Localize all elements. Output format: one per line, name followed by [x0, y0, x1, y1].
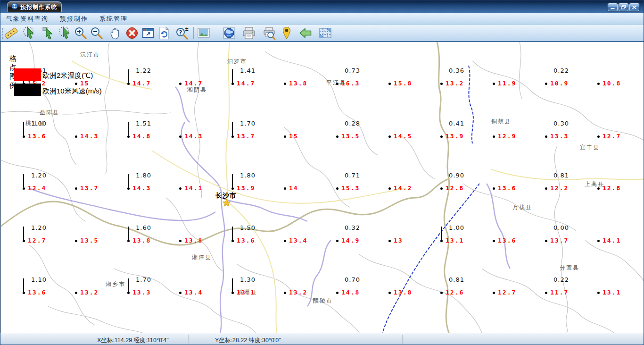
zoom-in-button[interactable]	[74, 26, 88, 40]
station-dot-icon	[127, 240, 130, 242]
station-dot-icon	[127, 135, 130, 138]
city-label: 湘潭县	[192, 253, 212, 261]
station-dot-icon	[388, 187, 391, 190]
station-dot-icon	[179, 83, 182, 85]
menu-forecast-production[interactable]: 预报制作	[54, 13, 94, 25]
status-y-coordinate: Y坐标:28.22 纬度:30°0'0"	[215, 337, 281, 345]
back-button[interactable]	[298, 26, 313, 40]
station-wind-speed: 1.00	[449, 224, 464, 231]
wind-barb-icon	[128, 227, 129, 240]
minimize-button[interactable]	[608, 3, 618, 11]
station-temperature: 13.6	[28, 133, 46, 140]
station-wind-speed: 1.70	[240, 120, 256, 127]
full-extent-button[interactable]	[141, 26, 155, 40]
station-temperature: 13.3	[550, 133, 569, 140]
station-temperature: 13.8	[132, 237, 151, 244]
station-temperature: 10.9	[550, 80, 569, 87]
station-temperature: 11.7	[550, 289, 569, 296]
grid-select-button[interactable]	[318, 26, 332, 40]
restore-button[interactable]	[619, 3, 628, 11]
station-dot-icon	[23, 135, 25, 138]
refresh-page-button[interactable]	[157, 26, 171, 40]
close-button[interactable]	[629, 3, 639, 11]
station-wind-speed: 0.00	[553, 224, 569, 231]
station-temperature: 13	[394, 237, 403, 244]
station-dot-icon	[336, 83, 339, 85]
legend-label-temperature: 欧洲2米温度(℃)	[42, 71, 93, 80]
map-canvas[interactable]: 15.21.611514.71.2214.714.71.4113.816.30.…	[0, 42, 644, 333]
print-button[interactable]	[242, 26, 256, 40]
station-wind-speed: 0.81	[449, 276, 464, 283]
station-temperature: 14.9	[341, 237, 360, 244]
station-temperature: 13.7	[550, 237, 569, 244]
legend-swatch-temperature	[14, 68, 41, 81]
print-preview-button[interactable]	[262, 26, 276, 40]
menu-weather-data-query[interactable]: 气象资料查询	[0, 13, 54, 25]
city-label: 上高县	[585, 180, 604, 188]
station-dot-icon	[388, 240, 391, 242]
pan-button[interactable]	[108, 26, 123, 40]
station-temperature: 13.2	[446, 80, 464, 87]
station-dot-icon	[284, 135, 286, 138]
app-title: 预报制作系统	[20, 3, 57, 11]
station-dot-icon	[493, 187, 495, 190]
station-temperature: 11.9	[498, 80, 516, 87]
locate-pin-button[interactable]	[280, 26, 294, 40]
zoom-out-button[interactable]	[90, 26, 104, 40]
pan-icon	[109, 26, 122, 40]
station-wind-speed: 1.41	[240, 67, 256, 74]
basemap-globe-button[interactable]	[222, 26, 236, 40]
station-wind-speed: 1.20	[31, 172, 47, 179]
station-dot-icon	[440, 135, 443, 138]
station-temperature: 14.1	[184, 185, 203, 192]
station-dot-icon	[545, 83, 547, 85]
wind-barb-icon	[232, 122, 233, 135]
identify-button[interactable]: ?±	[175, 26, 189, 40]
station-dot-icon	[231, 135, 234, 138]
station-temperature: 12.7	[603, 133, 621, 140]
pointer-button[interactable]	[42, 26, 56, 40]
minimize-icon	[610, 5, 615, 9]
station-dot-icon	[597, 240, 600, 242]
station-wind-speed: 1.51	[136, 120, 151, 127]
zoom-out-icon	[90, 26, 103, 40]
menu-system-management[interactable]: 系统管理	[94, 13, 133, 25]
export-image-button[interactable]	[197, 26, 211, 40]
station-temperature: 13.1	[603, 289, 621, 296]
select-features-button[interactable]	[23, 26, 37, 40]
station-temperature: 12.8	[603, 185, 621, 192]
station-temperature: 14.8	[132, 133, 151, 140]
locate-pin-icon	[280, 26, 293, 40]
status-bar: X坐标:114.29 经度:110°0'4" Y坐标:28.22 纬度:30°0…	[0, 333, 644, 345]
zoom-in-icon	[74, 26, 87, 40]
station-wind-speed: 1.80	[240, 172, 256, 179]
station-temperature: 13.8	[184, 237, 203, 244]
station-dot-icon	[597, 292, 600, 294]
station-temperature: 14.8	[341, 289, 360, 296]
station-dot-icon	[388, 83, 391, 85]
station-temperature: 13.8	[289, 80, 307, 87]
app-tab[interactable]: 预报制作系统	[7, 1, 62, 12]
station-temperature: 13.7	[80, 185, 99, 192]
city-label: 分宜县	[560, 264, 579, 272]
station-temperature: 13.3	[132, 289, 151, 296]
print-preview-icon	[263, 26, 276, 40]
station-temperature: 13.1	[237, 289, 255, 296]
station-temperature: 13.8	[394, 289, 412, 296]
station-temperature: 12.8	[446, 185, 464, 192]
station-dot-icon	[284, 240, 286, 242]
station-dot-icon	[231, 83, 234, 85]
measure-ruler-button[interactable]	[4, 26, 18, 40]
wind-barb-icon	[232, 278, 233, 292]
identify-icon: ?±	[175, 26, 189, 40]
station-wind-speed: 0.41	[449, 120, 464, 127]
station-temperature: 12.7	[28, 237, 46, 244]
station-dot-icon	[231, 240, 234, 242]
station-dot-icon	[231, 187, 234, 190]
station-wind-speed: 0.90	[449, 172, 464, 179]
select-area-icon	[59, 26, 72, 40]
station-dot-icon	[75, 135, 77, 138]
station-dot-icon	[127, 83, 130, 85]
select-area-button[interactable]	[58, 26, 73, 40]
stop-button[interactable]	[125, 26, 139, 40]
